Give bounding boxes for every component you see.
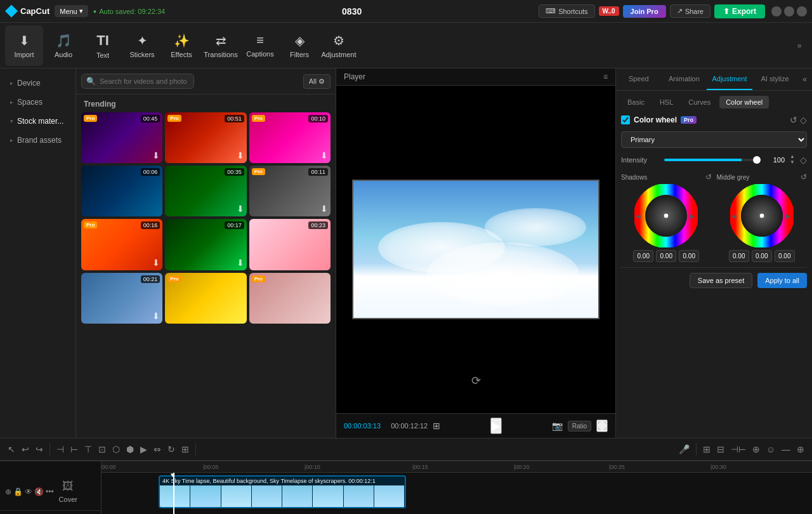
freeze-button[interactable]: ⬢ — [124, 442, 136, 457]
media-thumb-2[interactable]: Pro 00:51 ⬇ — [165, 112, 246, 163]
search-input[interactable] — [81, 74, 194, 89]
download-icon[interactable]: ⬇ — [152, 150, 160, 161]
rotate-button[interactable]: ↻ — [165, 442, 178, 457]
save-preset-button[interactable]: Save as preset — [690, 273, 752, 288]
subtab-curves[interactable]: Curves — [682, 96, 717, 109]
speed-button[interactable]: — — [779, 442, 793, 457]
tab-speed[interactable]: Speed — [616, 69, 662, 90]
split-button[interactable]: ⊣ — [54, 442, 67, 457]
download-icon[interactable]: ⬇ — [237, 150, 244, 161]
tool-effects[interactable]: ✨ Effects — [162, 25, 200, 66]
visibility-icon[interactable]: 👁 — [25, 487, 32, 496]
all-filter-button[interactable]: All ⚙ — [303, 74, 331, 89]
play-button[interactable]: ▶ — [490, 418, 502, 434]
mask-button[interactable]: ⬡ — [110, 442, 122, 457]
download-icon[interactable]: ⬇ — [152, 311, 160, 321]
shadows-reset-button[interactable]: ↺ — [705, 173, 712, 181]
zoom-out-button[interactable]: ⊟ — [714, 442, 727, 457]
media-thumb-9[interactable]: 00:23 — [249, 219, 331, 270]
tool-filters[interactable]: ◈ Filters — [280, 25, 318, 66]
tab-ai-stylize[interactable]: AI stylize — [752, 69, 798, 90]
shortcuts-button[interactable]: ⌨ Shortcuts — [539, 4, 594, 18]
tool-text[interactable]: TI Text — [84, 25, 122, 66]
delete-button[interactable]: ⊡ — [96, 442, 108, 457]
tool-stickers[interactable]: ✦ Stickers — [123, 25, 161, 66]
tool-transitions[interactable]: ⇄ Transitions — [202, 25, 240, 66]
player-menu-icon[interactable]: ≡ — [603, 72, 608, 81]
mic-button[interactable]: 🎤 — [676, 442, 692, 457]
toolbar-more[interactable]: » — [792, 25, 807, 66]
subtab-hsl[interactable]: HSL — [653, 96, 679, 109]
subtab-color-wheel[interactable]: Color wheel — [719, 96, 769, 109]
split-both[interactable]: ⊤ — [82, 442, 95, 457]
more-icon[interactable]: ••• — [46, 487, 54, 496]
media-thumb-6[interactable]: Pro 00:11 ⬇ — [249, 166, 331, 216]
link-button[interactable]: ⊕ — [750, 442, 763, 457]
middle-grey-wheel-svg[interactable]: ◀ ▶ — [730, 184, 794, 247]
intensity-down[interactable]: ▼ — [790, 160, 795, 165]
playhead[interactable] — [173, 473, 174, 514]
diamond-button[interactable]: ◇ — [800, 115, 807, 125]
video-clip[interactable]: 4K Sky Time lapse, Beautiful background,… — [159, 475, 406, 508]
download-icon[interactable]: ⬇ — [152, 258, 160, 268]
close-button[interactable] — [797, 6, 807, 16]
emoji-button[interactable]: ☺ — [764, 442, 778, 457]
left-panel-device[interactable]: ▸ Device — [3, 74, 73, 93]
left-panel-stock[interactable]: ▾ Stock mater... — [3, 112, 73, 131]
subtab-basic[interactable]: Basic — [621, 96, 651, 109]
workspace-badge[interactable]: W..0 — [599, 6, 619, 16]
intensity-diamond-icon[interactable]: ◇ — [800, 155, 807, 165]
download-icon[interactable]: ⬇ — [320, 150, 328, 161]
middle-grey-reset-button[interactable]: ↺ — [801, 173, 807, 181]
media-thumb-3[interactable]: Pro 00:10 ⬇ — [249, 112, 331, 163]
left-panel-spaces[interactable]: ▸ Spaces — [3, 93, 73, 112]
shadows-wheel-svg[interactable]: ◀ ▶ — [634, 184, 698, 247]
lock-icon[interactable]: 🔒 — [13, 487, 23, 496]
timeline-grid-icon[interactable]: ⊞ — [433, 421, 440, 431]
media-thumb-4[interactable]: 00:06 — [81, 166, 162, 216]
apply-all-button[interactable]: Apply to all — [757, 273, 807, 288]
download-icon[interactable]: ⬇ — [237, 258, 244, 268]
download-icon[interactable]: ⬇ — [320, 204, 328, 214]
camera-icon[interactable]: 📷 — [552, 421, 563, 431]
reset-button[interactable]: ↺ — [790, 115, 797, 125]
play-button-tl[interactable]: ▶ — [138, 442, 150, 457]
mute-icon[interactable]: 🔇 — [34, 487, 44, 496]
zoom-in-button[interactable]: ⊞ — [700, 442, 713, 457]
join-pro-button[interactable]: Join Pro — [623, 5, 666, 18]
media-thumb-1[interactable]: Pro 00:45 ⬇ — [81, 112, 162, 163]
media-thumb-5[interactable]: 00:35 ⬇ — [165, 166, 246, 216]
tool-captions[interactable]: ≡ Captions — [241, 25, 279, 66]
intensity-slider[interactable] — [664, 159, 761, 161]
mirror-button[interactable]: ⇔ — [151, 442, 164, 457]
minimize-button[interactable] — [771, 6, 782, 16]
media-thumb-12[interactable]: Pro — [249, 273, 331, 324]
audio-split[interactable]: ⊣⊢ — [728, 442, 749, 457]
tool-adjustment[interactable]: ⚙ Adjustment — [320, 25, 358, 66]
fullscreen-button[interactable]: ⛶ — [596, 419, 608, 432]
export-button[interactable]: ⬆ Export — [714, 4, 765, 18]
middle-grey-val-r[interactable] — [729, 250, 749, 262]
tab-animation[interactable]: Animation — [662, 69, 707, 90]
tool-import[interactable]: ⬇ Import — [5, 25, 43, 66]
share-button[interactable]: ↗ Share — [670, 4, 710, 18]
middle-grey-val-b[interactable] — [775, 250, 795, 262]
redo-button[interactable]: ↪ — [33, 442, 46, 457]
undo-button[interactable]: ↩ — [19, 442, 32, 457]
collapse-panel-button[interactable]: « — [797, 69, 812, 90]
select-tool[interactable]: ↖ — [5, 442, 18, 457]
intensity-up[interactable]: ▲ — [790, 154, 795, 159]
media-thumb-11[interactable]: Pro — [165, 273, 246, 324]
shadows-val-g[interactable] — [656, 250, 676, 262]
left-panel-brand[interactable]: ▸ Brand assets — [3, 131, 73, 150]
split-right[interactable]: ⊢ — [68, 442, 81, 457]
add-track-icon[interactable]: ⊕ — [5, 487, 11, 496]
menu-button[interactable]: Menu ▾ — [55, 5, 88, 17]
ratio-button[interactable]: Ratio — [568, 421, 591, 432]
maximize-button[interactable] — [784, 6, 794, 16]
media-thumb-10[interactable]: 00:21 ⬇ — [81, 273, 162, 324]
media-thumb-8[interactable]: 00:17 ⬇ — [165, 219, 246, 270]
color-wheel-checkbox[interactable] — [621, 115, 630, 124]
middle-grey-val-g[interactable] — [752, 250, 772, 262]
tool-audio[interactable]: 🎵 Audio — [44, 25, 82, 66]
